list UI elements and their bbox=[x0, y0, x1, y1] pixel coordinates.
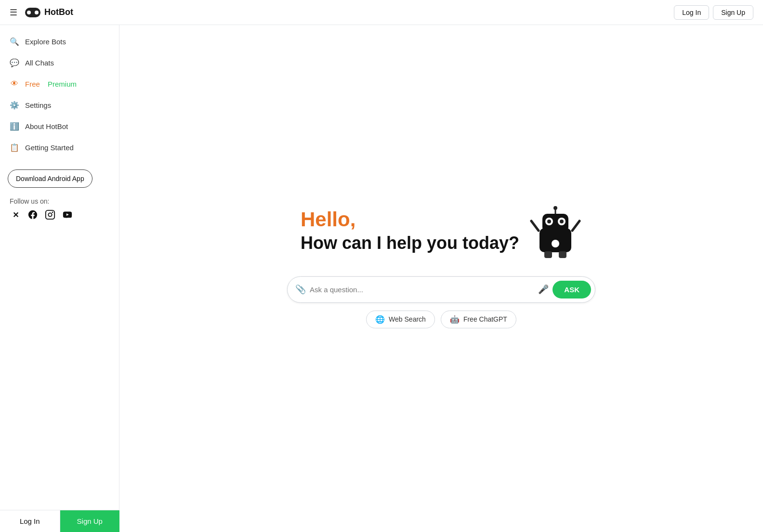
sidebar-signup-button[interactable]: Sign Up bbox=[60, 510, 120, 532]
hero-hello: Hello, bbox=[301, 208, 519, 231]
sidebar-premium-label: Premium bbox=[48, 80, 77, 88]
sidebar-item-explore-bots[interactable]: 🔍 Explore Bots bbox=[0, 31, 119, 52]
sidebar-item-settings[interactable]: ⚙️ Settings bbox=[0, 94, 119, 116]
svg-rect-15 bbox=[559, 251, 566, 258]
logo-text: HotBot bbox=[44, 7, 73, 17]
logo-icon bbox=[25, 8, 40, 17]
search-icon: 🔍 bbox=[10, 37, 19, 46]
social-icons: ✕ bbox=[10, 209, 109, 221]
svg-point-12 bbox=[553, 206, 557, 210]
svg-point-9 bbox=[547, 220, 551, 223]
web-search-icon: 🌐 bbox=[375, 315, 385, 324]
svg-point-2 bbox=[52, 212, 53, 213]
book-icon: 📋 bbox=[10, 143, 19, 152]
sidebar-item-free-premium[interactable]: 👁 Free Premium bbox=[0, 73, 119, 94]
sidebar-login-button[interactable]: Log In bbox=[0, 510, 60, 532]
main-content: Hello, How can I help you today? bbox=[119, 0, 763, 532]
header-right: Log In Sign Up bbox=[674, 5, 753, 20]
sidebar-item-label: About HotBot bbox=[25, 122, 68, 130]
eye-icon: 👁 bbox=[10, 79, 19, 89]
svg-line-4 bbox=[572, 221, 579, 231]
web-search-label: Web Search bbox=[389, 315, 426, 323]
sidebar-item-label: Getting Started bbox=[25, 143, 74, 152]
robot-illustration bbox=[529, 204, 582, 257]
hero-section: Hello, How can I help you today? bbox=[301, 204, 582, 257]
web-search-button[interactable]: 🌐 Web Search bbox=[366, 311, 435, 328]
free-chatgpt-label: Free ChatGPT bbox=[463, 315, 507, 323]
search-bar: 📎 🎤 ASK bbox=[287, 276, 595, 303]
chat-icon: 💬 bbox=[10, 58, 19, 67]
follow-label: Follow us on: bbox=[10, 197, 109, 205]
svg-point-10 bbox=[560, 220, 564, 223]
svg-line-3 bbox=[531, 221, 539, 231]
sidebar-item-getting-started[interactable]: 📋 Getting Started bbox=[0, 137, 119, 158]
hero-subtitle: How can I help you today? bbox=[301, 233, 519, 253]
sidebar-item-all-chats[interactable]: 💬 All Chats bbox=[0, 52, 119, 73]
chatgpt-icon: 🤖 bbox=[450, 315, 460, 324]
ask-button[interactable]: ASK bbox=[553, 281, 591, 298]
sidebar: 🔍 Explore Bots 💬 All Chats 👁 Free Premiu… bbox=[0, 25, 119, 532]
header-signup-button[interactable]: Sign Up bbox=[713, 5, 753, 20]
search-section: 📎 🎤 ASK 🌐 Web Search 🤖 Free ChatGPT bbox=[287, 276, 595, 328]
sidebar-item-label: Explore Bots bbox=[25, 38, 66, 46]
svg-rect-14 bbox=[544, 251, 552, 258]
search-input[interactable] bbox=[310, 285, 534, 294]
svg-rect-0 bbox=[46, 210, 54, 219]
svg-point-1 bbox=[48, 213, 52, 216]
sidebar-free-label: Free bbox=[25, 80, 42, 88]
header-login-button[interactable]: Log In bbox=[674, 5, 709, 20]
sidebar-item-label: All Chats bbox=[25, 59, 54, 67]
sidebar-item-label: Settings bbox=[25, 101, 51, 109]
twitter-icon[interactable]: ✕ bbox=[10, 209, 21, 221]
attach-icon[interactable]: 📎 bbox=[295, 284, 306, 295]
logo: HotBot bbox=[25, 7, 73, 17]
follow-section: Follow us on: ✕ bbox=[0, 192, 119, 226]
action-buttons: 🌐 Web Search 🤖 Free ChatGPT bbox=[287, 311, 595, 328]
youtube-icon[interactable] bbox=[62, 209, 73, 221]
hero-text: Hello, How can I help you today? bbox=[301, 208, 519, 253]
download-android-button[interactable]: Download Android App bbox=[8, 169, 92, 188]
header-left: ☰ HotBot bbox=[10, 7, 73, 18]
header: ☰ HotBot Log In Sign Up bbox=[0, 0, 763, 25]
microphone-icon[interactable]: 🎤 bbox=[538, 284, 549, 295]
instagram-icon[interactable] bbox=[44, 209, 56, 221]
free-chatgpt-button[interactable]: 🤖 Free ChatGPT bbox=[441, 311, 516, 328]
facebook-icon[interactable] bbox=[27, 209, 39, 221]
sidebar-item-about[interactable]: ℹ️ About HotBot bbox=[0, 116, 119, 137]
svg-point-13 bbox=[552, 240, 559, 247]
gear-icon: ⚙️ bbox=[10, 100, 19, 110]
hamburger-button[interactable]: ☰ bbox=[10, 7, 17, 18]
info-icon: ℹ️ bbox=[10, 121, 19, 131]
sidebar-bottom: Log In Sign Up bbox=[0, 510, 119, 532]
